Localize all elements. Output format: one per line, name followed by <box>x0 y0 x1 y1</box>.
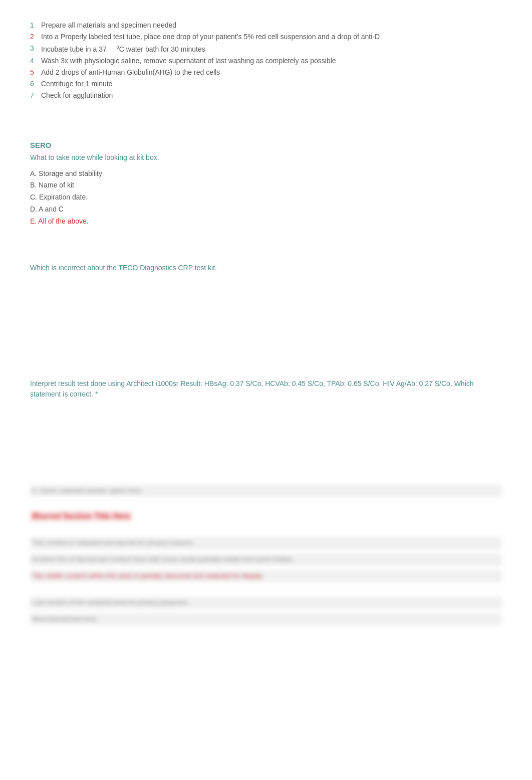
step-text-2: Into a Properly labeled test tube, place… <box>41 32 502 42</box>
list-item: 6 Centrifuge for 1 minute <box>30 79 502 89</box>
step-text-6: Centrifuge for 1 minute <box>41 79 502 89</box>
question3-section: Interpret result test done using Archite… <box>30 378 502 400</box>
list-item: 2 Into a Properly labeled test tube, pla… <box>30 32 502 42</box>
list-item: 5 Add 2 drops of anti-Human Globulin(AHG… <box>30 67 502 78</box>
list-item: 7 Check for agglutination <box>30 90 502 101</box>
question2-text: Which is incorrect about the TECO Diagno… <box>30 263 502 273</box>
question2-section: Which is incorrect about the TECO Diagno… <box>30 263 502 273</box>
blurred-content-4: Last section of the redacted area for pr… <box>30 597 502 609</box>
option-e-correct: E. All of the above. <box>30 216 502 228</box>
blurred-content-3: The visible content within this area is … <box>30 570 502 582</box>
step-number-7: 7 <box>30 90 38 101</box>
sero-heading: SERO <box>30 141 502 149</box>
step-number-1: 1 <box>30 20 38 31</box>
step-number-2: 2 <box>30 32 38 42</box>
question3-text: Interpret result test done using Archite… <box>30 378 502 400</box>
blurred-content-2: Another line of blurred text content her… <box>30 553 502 566</box>
step-3-temp: oC water bath for 30 minutes <box>116 45 205 53</box>
option-d: D. A and C <box>30 204 502 216</box>
blurred-content-1: This content is redacted and blurred for… <box>30 537 502 549</box>
step-text-7: Check for agglutination <box>41 90 502 101</box>
option-c: C. Expiration date. <box>30 191 502 204</box>
list-item: 1 Prepare all materials and specimen nee… <box>30 20 502 31</box>
step-number-4: 4 <box>30 56 38 66</box>
step-text-1: Prepare all materials and specimen neede… <box>41 20 502 31</box>
blurred-title: Blurred Section Title Here <box>30 511 132 522</box>
step-text-4: Wash 3x with physiologic saline, remove … <box>41 56 502 66</box>
blurred-line-1: A. Some redacted answer option here <box>30 485 502 497</box>
option-a: A. Storage and stability <box>30 168 502 180</box>
list-item: 3 Incubate tube in a 37 oC water bath fo… <box>30 43 502 55</box>
numbered-list: 1 Prepare all materials and specimen nee… <box>30 20 502 101</box>
option-b: B. Name of kit <box>30 179 502 191</box>
step-text-5: Add 2 drops of anti-Human Globulin(AHG) … <box>41 67 502 78</box>
sero-question: What to take note while looking at kit b… <box>30 152 502 163</box>
list-item: 4 Wash 3x with physiologic saline, remov… <box>30 56 502 66</box>
blurred-content-5: More blurred text here. <box>30 613 502 626</box>
step-number-3: 3 <box>30 43 38 55</box>
step-3-before: Incubate tube in a 37 <box>41 45 107 53</box>
step-number-5: 5 <box>30 67 38 78</box>
blurred-section: A. Some redacted answer option here Blur… <box>30 485 502 626</box>
step-text-3: Incubate tube in a 37 oC water bath for … <box>41 43 502 55</box>
sero-section: SERO What to take note while looking at … <box>30 141 502 228</box>
step-number-6: 6 <box>30 79 38 89</box>
procedure-steps-section: 1 Prepare all materials and specimen nee… <box>30 20 502 101</box>
